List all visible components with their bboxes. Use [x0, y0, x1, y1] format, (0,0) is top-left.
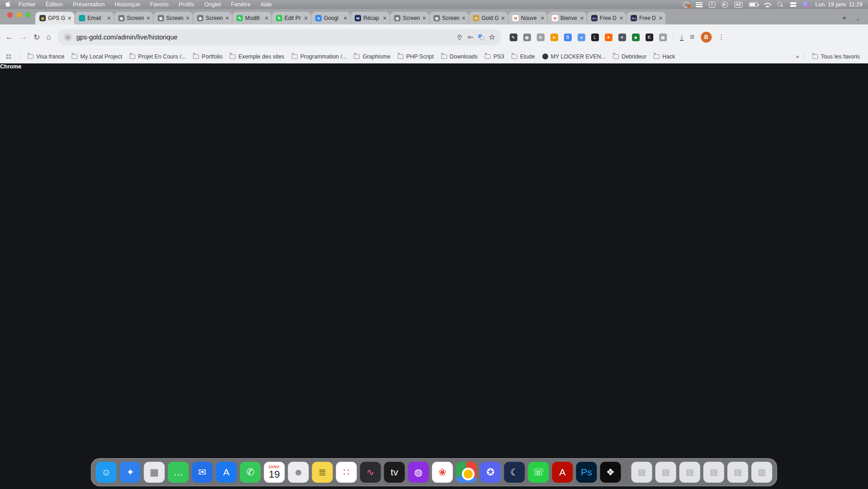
bookmark-debrideur[interactable]: Debrideur — [609, 52, 650, 61]
chrome-menu-icon[interactable]: ⋮ — [718, 33, 725, 41]
url-text[interactable]: gps-gold.com/admin/live/historique — [77, 34, 452, 41]
tab-email[interactable]: ◦Email✕ — [75, 12, 114, 24]
tab-close-icon[interactable]: ✕ — [107, 15, 111, 21]
bookmark-etude[interactable]: Etude — [508, 52, 539, 61]
dock-notes-icon[interactable]: ≣ — [312, 462, 333, 483]
bookmark-exemple-des-sites[interactable]: Exemple des sites — [226, 52, 288, 61]
dock-cursor-icon[interactable]: ❖ — [600, 462, 621, 483]
menubar-item-fichier[interactable]: Fichier — [19, 1, 36, 8]
batt-icon[interactable] — [749, 2, 758, 7]
tab-close-icon[interactable]: ✕ — [383, 15, 387, 21]
bookmark-graphisme[interactable]: Graphisme — [350, 52, 394, 61]
dock-window-5-icon[interactable]: ▤ — [728, 462, 748, 483]
dock-acrobat-icon[interactable]: A — [552, 462, 573, 483]
password-key-icon[interactable] — [467, 34, 473, 40]
play-icon[interactable]: ▶ — [722, 2, 728, 8]
tab-close-icon[interactable]: ✕ — [146, 15, 150, 21]
tab-screen[interactable]: ◉Screen✕ — [154, 12, 193, 24]
dock-safari-icon[interactable]: ✦ — [120, 462, 141, 483]
tab-close-icon[interactable]: ✕ — [422, 15, 426, 21]
flame-extension-icon[interactable]: ✦ — [605, 34, 612, 41]
tab-bienve[interactable]: MBienve✕ — [548, 12, 587, 24]
menubar-item-historique[interactable]: Historique — [115, 1, 140, 8]
tab-free-d[interactable]: AeFree D✕ — [587, 12, 626, 24]
bookmark-visa-france[interactable]: Visa france — [24, 52, 68, 61]
dock-chrome-icon[interactable] — [456, 462, 477, 483]
bookmark-my-local-project[interactable]: My Local Project — [68, 52, 125, 61]
tab-close-icon[interactable]: ✕ — [186, 15, 190, 21]
tab-screen[interactable]: ◉Screen✕ — [429, 12, 468, 24]
dock-finder-icon[interactable]: ☺ — [96, 462, 117, 483]
dock-discord-icon[interactable]: ✪ — [480, 462, 501, 483]
k-app-extension-icon[interactable]: K — [646, 34, 653, 41]
menubar-item-profils[interactable]: Profils — [178, 1, 194, 8]
site-info-icon[interactable]: ⊙ — [64, 33, 72, 41]
tab-close-icon[interactable]: ✕ — [540, 15, 545, 21]
close-window-button[interactable] — [7, 12, 13, 18]
search-icon[interactable] — [777, 2, 784, 7]
bookmark-ps3[interactable]: PS3 — [481, 52, 508, 61]
tab-close-icon[interactable]: ✕ — [501, 15, 505, 21]
menubar-item-onglet[interactable]: Onglet — [204, 1, 221, 8]
url-bar[interactable]: ⊙ gps-gold.com/admin/live/historique Aب — [58, 29, 502, 45]
bookmark-hack[interactable]: Hack — [650, 52, 679, 61]
ink-pen-extension-icon[interactable]: ✎ — [510, 34, 517, 41]
stage-icon[interactable] — [696, 2, 703, 7]
menubar-item-fenêtre[interactable]: Fenêtre — [231, 1, 251, 8]
zoom-window-button[interactable] — [25, 12, 31, 18]
b-app-extension-icon[interactable]: B — [564, 34, 572, 41]
bookmark-projet-en-cours-[interactable]: Projet En Cours /... — [126, 52, 190, 61]
dock-window-4-icon[interactable]: ▤ — [704, 462, 724, 483]
dock-photos-icon[interactable]: ❀ — [432, 462, 453, 483]
tab-edit-pr[interactable]: ✎Edit Pr✕ — [272, 12, 311, 24]
menubar-item-favoris[interactable]: Favoris — [150, 1, 169, 8]
apple-icon[interactable] — [5, 1, 11, 8]
tab-close-icon[interactable]: ✕ — [343, 15, 347, 21]
tab-screen[interactable]: ◉Screen✕ — [193, 12, 232, 24]
dock-contacts-icon[interactable]: ☻ — [288, 462, 309, 483]
cc-icon[interactable] — [790, 2, 796, 7]
camera-extension-icon[interactable]: ◉ — [523, 34, 531, 41]
dock-whatsapp-icon[interactable]: ☏ — [528, 462, 549, 483]
dock-messages-icon[interactable]: … — [168, 462, 189, 483]
tab-nouve[interactable]: MNouve✕ — [508, 12, 547, 24]
downloads-icon[interactable]: ↓ — [680, 34, 684, 41]
back-button[interactable]: ← — [5, 33, 13, 42]
bookmark-my-locker-even-[interactable]: MY LOCKER EVEN... — [539, 52, 609, 61]
dock-mail-icon[interactable]: ✉ — [192, 462, 213, 483]
dock-podcasts-icon[interactable]: ◍ — [408, 462, 429, 483]
dock-window-1-icon[interactable]: ▤ — [632, 462, 652, 483]
menubar-app-name[interactable]: Chrome — [0, 63, 868, 489]
paper-plane-extension-icon[interactable]: ➤ — [550, 34, 558, 41]
l-app-extension-icon[interactable]: L — [591, 34, 599, 41]
bookmarks-overflow-chevron[interactable]: » — [796, 53, 799, 60]
apps-grid-icon[interactable] — [6, 54, 11, 59]
dock-music-icon[interactable]: ∿ — [360, 462, 381, 483]
tab-close-icon[interactable]: ✕ — [68, 15, 72, 21]
translate-icon[interactable]: Aب — [478, 34, 484, 40]
menubar-item-édition[interactable]: Édition — [46, 1, 63, 8]
minimize-window-button[interactable] — [16, 12, 22, 18]
tab-récap[interactable]: WRécap✕ — [351, 12, 390, 24]
tab-gold-g[interactable]: GGold G✕ — [469, 12, 508, 24]
menubar-item-aide[interactable]: Aide — [260, 1, 272, 8]
tab-googl[interactable]: GGoogl✕ — [311, 12, 350, 24]
tab-search-chevron[interactable]: ⌄ — [851, 16, 864, 24]
tab-screen[interactable]: ◉Screen✕ — [114, 12, 153, 24]
dock-weather-icon[interactable]: ☾ — [504, 462, 525, 483]
tab-close-icon[interactable]: ✕ — [304, 15, 308, 21]
dock-photoshop-icon[interactable]: Ps — [576, 462, 597, 483]
bookmark-portfolio[interactable]: Portfolio — [189, 52, 226, 61]
location-pin-icon[interactable] — [457, 34, 463, 40]
bug-extension-icon[interactable]: ✶ — [618, 34, 626, 41]
menubar-clock[interactable]: Lun. 19 janv. 11:29 — [815, 1, 863, 8]
all-favorites-button[interactable]: Tous les favoris — [809, 52, 863, 61]
profile-avatar[interactable]: B — [701, 32, 712, 43]
tab-close-icon[interactable]: ✕ — [580, 15, 584, 21]
app-dot-icon[interactable] — [683, 2, 690, 8]
tree-extension-icon[interactable]: ♣ — [632, 34, 640, 41]
bookmark-php-script[interactable]: PHP Script — [394, 52, 438, 61]
clipboard-extension-icon[interactable]: ▣ — [659, 34, 667, 41]
menubar-item-présentation[interactable]: Présentation — [73, 1, 105, 8]
bookmark-downloads[interactable]: Downloads — [438, 52, 482, 61]
